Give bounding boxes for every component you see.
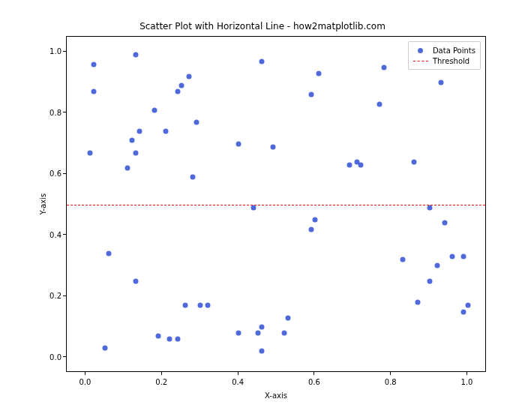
data-point bbox=[308, 92, 314, 98]
data-point bbox=[358, 163, 364, 168]
x-tick-label: 0.2 bbox=[155, 378, 167, 386]
dashed-line-icon bbox=[413, 61, 428, 62]
data-point bbox=[259, 349, 264, 354]
data-point bbox=[190, 175, 196, 180]
data-point bbox=[178, 83, 184, 88]
x-tick bbox=[390, 372, 391, 375]
data-point bbox=[251, 206, 256, 211]
data-point bbox=[286, 315, 291, 320]
x-axis-label: X-axis bbox=[66, 392, 486, 400]
data-point bbox=[412, 159, 417, 164]
data-point bbox=[346, 163, 352, 168]
data-point bbox=[438, 80, 443, 86]
y-tick bbox=[63, 173, 66, 174]
data-point bbox=[175, 89, 180, 94]
y-tick-label: 0.0 bbox=[44, 352, 62, 361]
data-point bbox=[156, 334, 161, 339]
data-point bbox=[427, 278, 432, 284]
data-point bbox=[106, 251, 112, 256]
data-point bbox=[91, 89, 96, 94]
y-tick-label: 1.0 bbox=[44, 47, 62, 56]
data-point bbox=[236, 331, 242, 336]
y-tick-label: 0.2 bbox=[44, 292, 62, 300]
y-tick bbox=[63, 356, 66, 357]
figure: Scatter Plot with Horizontal Line - how2… bbox=[0, 0, 525, 420]
y-tick bbox=[63, 51, 66, 52]
data-point bbox=[381, 64, 386, 70]
y-axis-label: Y-axis bbox=[39, 36, 50, 372]
data-point bbox=[167, 337, 172, 342]
data-point bbox=[136, 129, 142, 134]
data-point bbox=[259, 324, 264, 329]
data-point bbox=[377, 101, 382, 106]
data-point bbox=[259, 58, 264, 64]
data-point bbox=[206, 303, 211, 308]
x-tick-label: 0.0 bbox=[80, 378, 92, 386]
data-point bbox=[186, 74, 191, 79]
data-point bbox=[434, 263, 440, 268]
x-tick bbox=[85, 372, 86, 375]
data-point bbox=[133, 150, 138, 155]
data-point bbox=[164, 129, 169, 134]
data-point bbox=[133, 278, 138, 284]
data-point bbox=[236, 141, 242, 146]
y-tick bbox=[63, 112, 66, 112]
data-point bbox=[133, 52, 138, 58]
data-point bbox=[416, 300, 421, 305]
data-point bbox=[400, 257, 406, 262]
x-tick bbox=[314, 372, 314, 375]
data-point bbox=[282, 331, 287, 336]
plot-area: Data Points Threshold bbox=[66, 36, 486, 372]
data-point bbox=[461, 254, 466, 260]
page-title: Scatter Plot with Horizontal Line - how2… bbox=[0, 21, 525, 32]
legend-item-data: Data Points bbox=[413, 45, 476, 56]
data-point bbox=[461, 309, 466, 314]
data-point bbox=[316, 70, 322, 76]
data-point bbox=[465, 303, 470, 308]
y-tick-label: 0.4 bbox=[44, 230, 62, 238]
y-tick-label: 0.6 bbox=[44, 170, 62, 178]
x-tick-label: 0.8 bbox=[385, 378, 397, 386]
data-point bbox=[102, 346, 107, 351]
legend-label: Threshold bbox=[433, 57, 470, 65]
y-tick bbox=[63, 234, 66, 235]
legend-label: Data Points bbox=[433, 46, 476, 55]
dot-icon bbox=[418, 48, 423, 53]
data-point bbox=[442, 220, 448, 226]
x-tick bbox=[161, 372, 162, 375]
data-point bbox=[194, 120, 200, 125]
data-point bbox=[427, 206, 432, 211]
data-point bbox=[175, 337, 180, 342]
x-tick bbox=[466, 372, 467, 375]
data-point bbox=[129, 138, 134, 143]
data-point bbox=[91, 62, 96, 67]
data-point bbox=[308, 226, 314, 232]
legend: Data Points Threshold bbox=[408, 41, 481, 70]
data-point bbox=[152, 107, 158, 112]
x-tick bbox=[238, 372, 238, 375]
data-point bbox=[255, 331, 260, 336]
data-point bbox=[125, 166, 130, 171]
data-point bbox=[198, 303, 203, 308]
threshold-line bbox=[67, 205, 485, 206]
data-point bbox=[312, 218, 317, 223]
data-point bbox=[270, 144, 275, 149]
y-tick-label: 0.8 bbox=[44, 108, 62, 116]
x-tick-label: 0.6 bbox=[308, 378, 320, 386]
data-point bbox=[182, 303, 188, 308]
x-tick-label: 0.4 bbox=[232, 378, 244, 386]
x-tick-label: 1.0 bbox=[461, 378, 473, 386]
y-tick bbox=[63, 296, 66, 296]
data-point bbox=[450, 254, 455, 260]
data-point bbox=[87, 150, 92, 155]
legend-item-threshold: Threshold bbox=[413, 56, 476, 66]
